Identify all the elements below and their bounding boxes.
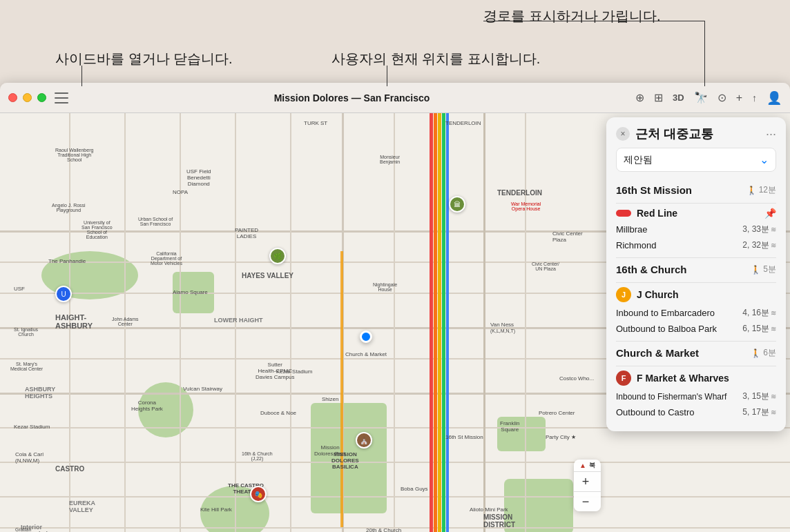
label-raoul: Raoul WallenbergTraditional HighSchool — [55, 148, 93, 162]
label-cali-dmv: CaliforniaDepartment ofMotor Vehicles — [151, 251, 182, 266]
wifi-icon-4: ≋ — [771, 325, 776, 333]
wifi-icon-6: ≋ — [771, 408, 776, 416]
stop-16th-mission: 16th St Mission 🚶 12분 — [606, 179, 786, 203]
stop-name-1: 16th St Mission — [616, 184, 692, 196]
route-annotation: 경로를 표시하거나 가립니다. — [483, 7, 661, 26]
compass-label: 북 — [589, 461, 595, 470]
walk-icon-2: 🚶 — [751, 265, 761, 275]
dest-fisherman: Inbound to Fisherman's Wharf — [616, 392, 742, 402]
label-stmarys: St. Mary'sMedical Center — [10, 362, 43, 371]
walk-icon-1: 🚶 — [746, 186, 757, 195]
road-v5 — [290, 113, 291, 532]
wifi-icon-2: ≋ — [771, 242, 776, 249]
stop-name-3: Church & Market — [616, 347, 699, 359]
route-group-j: J J Church Inbound to Embarcadero 4, 16분… — [606, 283, 786, 341]
route-group-redline: Red Line 📌 Millbrae 3, 33분 ≋ Richmond 2,… — [606, 204, 786, 257]
label-turk: TURK ST — [304, 120, 327, 126]
sidebar-toggle-button[interactable] — [55, 92, 68, 104]
maximize-button[interactable] — [37, 93, 46, 102]
titlebar: Mission Dolores — San Francisco ⊕ ⊞ 3D 🔭… — [0, 83, 790, 113]
label-stignatius: St. IgnatiusChurch — [14, 327, 38, 337]
bart-line-orange — [434, 113, 437, 532]
dest-richmond: Richmond — [616, 240, 742, 250]
panel-content[interactable]: 16th St Mission 🚶 12분 Red Line 📌 — [606, 179, 786, 431]
zoom-controls: ▲ 북 + − — [574, 460, 601, 511]
red-line-badge — [616, 210, 631, 217]
label-rossi: Angelo J. RossiPlayground — [52, 203, 86, 213]
dropdown-text: 제안됨 — [624, 154, 653, 166]
clock-icon[interactable]: ⊙ — [717, 91, 726, 104]
label-church-market: Church & Market — [345, 351, 387, 357]
dest-millbrae: Millbrae — [616, 224, 742, 235]
label-franklin: FranklinSquare — [500, 420, 519, 433]
route-group-f: F F Market & Wharves Inbound to Fisherma… — [606, 366, 786, 424]
road-vanness — [483, 113, 485, 532]
label-sf-school: University ofSan FranciscoSchool ofEduca… — [81, 220, 113, 239]
road-h8 — [0, 462, 790, 463]
muni-j-line — [340, 251, 343, 527]
bart-line-blue — [446, 113, 449, 532]
wifi-icon-5: ≋ — [771, 393, 776, 400]
wifi-icon-1: ≋ — [771, 226, 776, 233]
route-name-redline: Red Line — [637, 208, 677, 219]
bart-line-green — [442, 113, 445, 532]
road-h9 — [0, 496, 790, 497]
label-church-market2: Shizen — [322, 396, 338, 402]
stop-16th-church: 16th & Church 🚶 5분 — [606, 258, 786, 282]
avatar-icon[interactable]: 👤 — [767, 90, 782, 106]
label-tenderloin: TENDERLOIN — [497, 189, 542, 197]
route-row-embarcadero: Inbound to Embarcadero 4, 16분 ≋ — [616, 305, 776, 321]
label-urban-school: Urban School ofSan Francisco — [138, 217, 173, 226]
window-title: Mission Dolores — San Francisco — [68, 92, 635, 104]
f-market-badge: F — [616, 371, 631, 386]
poi-usf: U — [55, 286, 72, 302]
layers-icon[interactable]: ⊞ — [654, 91, 663, 104]
dropdown-arrow-icon: ⌄ — [760, 153, 769, 166]
label-nopa: NOPA — [173, 189, 188, 195]
share-button[interactable]: ↑ — [752, 92, 757, 104]
label-kezar2: Kezar Stadium — [14, 424, 50, 430]
label-16th-mission: 16th St Mission — [445, 434, 483, 440]
road-v10 — [525, 113, 526, 532]
minimize-button[interactable] — [23, 93, 32, 102]
panel-dropdown[interactable]: 제안됨 ⌄ — [616, 148, 776, 172]
label-war-memorial: War MemorialOpera House — [511, 201, 541, 211]
label-20th-church: 20th & Church(J) — [366, 527, 401, 532]
route-row-richmond: Richmond 2, 32분 ≋ — [616, 237, 776, 253]
zoom-out-button[interactable]: − — [574, 492, 597, 511]
add-button[interactable]: + — [736, 92, 742, 104]
label-civichall: Civic Center/UN Plaza — [532, 262, 559, 271]
label-monsieur: MonsieurBenjamin — [380, 155, 400, 164]
map-container[interactable]: HAIGHT-ASHBURY HAYES VALLEY CASTRO EUREK… — [0, 113, 790, 532]
current-location-dot — [360, 331, 372, 343]
route-annotation-line-h — [483, 21, 704, 21]
stop-church-market: Church & Market 🚶 6분 — [606, 342, 786, 366]
panel-close-button[interactable]: × — [616, 127, 630, 141]
threed-button[interactable]: 3D — [673, 92, 684, 103]
stop-name-2: 16th & Church — [616, 264, 687, 275]
panel-more-button[interactable]: ··· — [766, 127, 776, 141]
j-church-badge: J — [616, 287, 631, 302]
label-kezar: Kezar Stadium — [276, 368, 312, 375]
label-boba: Boba Guys — [401, 486, 428, 492]
time-embarcadero: 4, 16분 — [742, 307, 769, 319]
compass-row: ▲ 북 — [574, 460, 601, 471]
label-castro: CASTRO — [55, 465, 84, 473]
label-tenderloin-top: TENDERLOIN — [445, 120, 481, 126]
route-row-millbrae: Millbrae 3, 33분 ≋ — [616, 221, 776, 237]
location-annotation-line — [387, 66, 387, 86]
label-hayes: HAYES VALLEY — [242, 272, 293, 279]
zoom-in-button[interactable]: + — [574, 472, 597, 491]
stop-walk-3: 🚶 6분 — [751, 347, 776, 359]
label-panhandle: The Panhandle — [48, 258, 86, 264]
label-vulcan: Vulcan Stairway — [183, 386, 222, 392]
camera-icon[interactable]: 🔭 — [694, 91, 708, 104]
label-cola: Cola & Carl(N,NW,M) — [15, 451, 44, 464]
route-annotation-line — [704, 21, 705, 86]
close-button[interactable] — [8, 93, 17, 102]
label-corona: CoronaHeights Park — [131, 400, 163, 412]
pin-icon: 📌 — [764, 208, 776, 219]
label-ashbury: ASHBURYHEIGHTS — [25, 386, 55, 400]
location-icon[interactable]: ⊕ — [635, 91, 644, 104]
road-v7 — [394, 113, 395, 532]
